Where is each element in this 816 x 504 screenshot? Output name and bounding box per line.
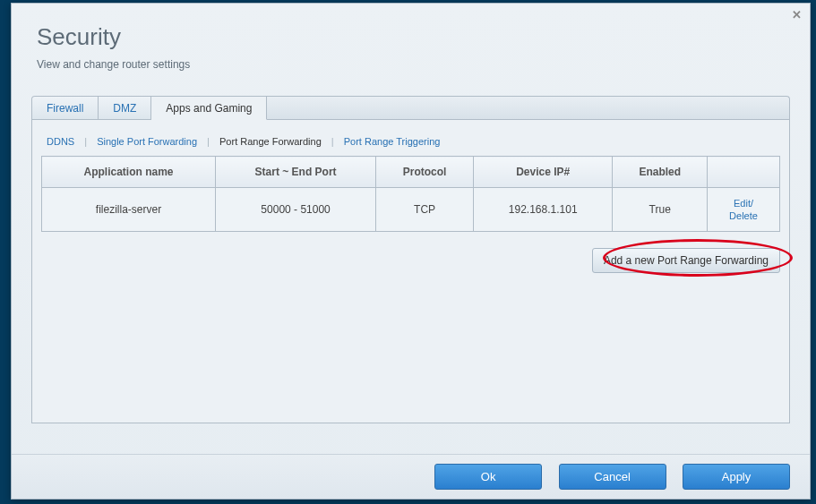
subtab-ddns[interactable]: DDNS	[41, 136, 80, 147]
tab-dmz[interactable]: DMZ	[99, 97, 151, 119]
cell-actions: Edit/ Delete	[708, 188, 780, 232]
cell-device-ip: 192.168.1.101	[474, 188, 613, 232]
col-enabled: Enabled	[613, 157, 708, 188]
col-application: Application name	[42, 157, 216, 188]
subtab-single-port[interactable]: Single Port Forwarding	[91, 136, 202, 147]
dialog-footer: Ok Cancel Apply	[12, 454, 810, 499]
col-actions	[708, 157, 780, 188]
tab-firewall[interactable]: Firewall	[32, 97, 99, 119]
subtab-port-range-triggering[interactable]: Port Range Triggering	[339, 136, 446, 147]
separator: |	[82, 136, 89, 147]
apply-button[interactable]: Apply	[683, 464, 790, 490]
security-dialog: ✕ Security View and change router settin…	[11, 3, 811, 500]
ok-button[interactable]: Ok	[434, 464, 542, 490]
port-range-table: Application name Start ~ End Port Protoc…	[41, 156, 780, 232]
add-button-container: Add a new Port Range Forwarding	[32, 232, 789, 273]
tabs-container: Firewall DMZ Apps and Gaming DDNS | Sing…	[31, 96, 790, 423]
page-title: Security	[37, 23, 785, 51]
tab-bar: Firewall DMZ Apps and Gaming	[31, 96, 790, 119]
col-ports: Start ~ End Port	[216, 157, 376, 188]
delete-link[interactable]: Delete	[729, 210, 758, 221]
edit-link[interactable]: Edit/	[734, 198, 753, 209]
subtab-bar: DDNS | Single Port Forwarding | Port Ran…	[32, 120, 789, 156]
separator: |	[205, 136, 211, 147]
cell-protocol: TCP	[376, 188, 474, 232]
table-row: filezilla-server 50000 - 51000 TCP 192.1…	[42, 188, 780, 232]
col-device-ip: Device IP#	[474, 157, 613, 188]
close-icon[interactable]: ✕	[790, 9, 803, 21]
cancel-button[interactable]: Cancel	[559, 464, 666, 490]
tab-body: DDNS | Single Port Forwarding | Port Ran…	[31, 119, 790, 423]
cell-ports: 50000 - 51000	[216, 188, 376, 232]
separator: |	[330, 136, 336, 147]
tab-apps-gaming[interactable]: Apps and Gaming	[151, 97, 267, 120]
cell-enabled: True	[613, 188, 708, 232]
subtab-port-range-forwarding: Port Range Forwarding	[214, 136, 327, 147]
col-protocol: Protocol	[376, 157, 474, 188]
cell-application: filezilla-server	[42, 188, 216, 232]
add-port-range-button[interactable]: Add a new Port Range Forwarding	[592, 248, 780, 273]
page-subtitle: View and change router settings	[37, 58, 785, 71]
dialog-header: Security View and change router settings	[12, 4, 810, 78]
table-header-row: Application name Start ~ End Port Protoc…	[42, 157, 780, 188]
